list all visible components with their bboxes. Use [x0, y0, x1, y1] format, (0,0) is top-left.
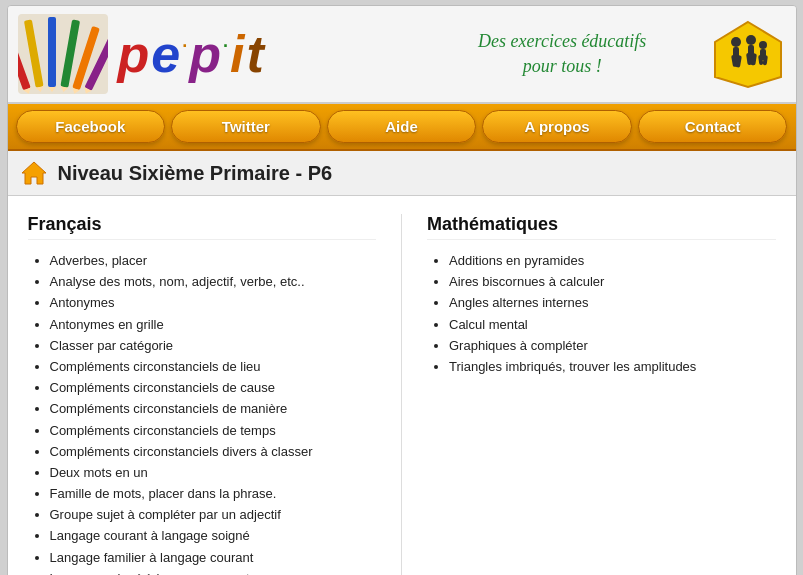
list-item[interactable]: Analyse des mots, nom, adjectif, verbe, …: [50, 273, 377, 291]
nav-facebook[interactable]: Facebook: [16, 110, 166, 143]
road-sign-icon: [711, 17, 786, 92]
svg-point-18: [746, 35, 756, 45]
nav-apropos[interactable]: A propos: [482, 110, 632, 143]
list-item[interactable]: Angles alternes internes: [449, 294, 776, 312]
nav-contact[interactable]: Contact: [638, 110, 788, 143]
list-item[interactable]: Compléments circonstanciels de temps: [50, 422, 377, 440]
list-item[interactable]: Calcul mental: [449, 316, 776, 334]
mathematiques-title: Mathématiques: [427, 214, 776, 240]
svg-point-22: [759, 41, 767, 49]
list-item[interactable]: Langage familier à langage courant: [50, 549, 377, 567]
site-slogan: Des exercices éducatifs pour tous !: [414, 29, 711, 79]
site-logo: pe·p·it: [108, 28, 415, 80]
nav-bar: Facebook Twitter Aide A propos Contact: [8, 104, 796, 151]
francais-title: Français: [28, 214, 377, 240]
list-item[interactable]: Compléments circonstanciels divers à cla…: [50, 443, 377, 461]
list-item[interactable]: Classer par catégorie: [50, 337, 377, 355]
page-title: Niveau Sixième Primaire - P6: [58, 162, 333, 185]
nav-twitter[interactable]: Twitter: [171, 110, 321, 143]
list-item[interactable]: Additions en pyramides: [449, 252, 776, 270]
list-item[interactable]: Famille de mots, placer dans la phrase.: [50, 485, 377, 503]
column-divider: [401, 214, 402, 575]
list-item[interactable]: Triangles imbriqués, trouver les amplitu…: [449, 358, 776, 376]
list-item[interactable]: Compléments circonstanciels de cause: [50, 379, 377, 397]
list-item[interactable]: Antonymes: [50, 294, 377, 312]
list-item[interactable]: Groupe sujet à compléter par un adjectif: [50, 506, 377, 524]
list-item[interactable]: Langage courant à langage soigné: [50, 527, 377, 545]
svg-point-14: [731, 37, 741, 47]
list-item[interactable]: Graphiques à compléter: [449, 337, 776, 355]
nav-aide[interactable]: Aide: [327, 110, 477, 143]
mathematiques-column: Mathématiques Additions en pyramidesAire…: [427, 214, 776, 575]
breadcrumb: Niveau Sixième Primaire - P6: [8, 151, 796, 196]
list-item[interactable]: Compléments circonstanciels de lieu: [50, 358, 377, 376]
svg-marker-26: [22, 162, 46, 184]
pencils-image: [18, 14, 108, 94]
svg-rect-5: [48, 17, 56, 87]
list-item[interactable]: Langage soigné à langage courant: [50, 570, 377, 575]
home-icon[interactable]: [20, 159, 48, 187]
list-item[interactable]: Adverbes, placer: [50, 252, 377, 270]
list-item[interactable]: Deux mots en un: [50, 464, 377, 482]
list-item[interactable]: Antonymes en grille: [50, 316, 377, 334]
header: pe·p·it Des exercices éducatifs pour tou…: [8, 6, 796, 104]
list-item[interactable]: Aires biscornues à calculer: [449, 273, 776, 291]
francais-list: Adverbes, placerAnalyse des mots, nom, a…: [28, 252, 377, 575]
list-item[interactable]: Compléments circonstanciels de manière: [50, 400, 377, 418]
mathematiques-list: Additions en pyramidesAires biscornues à…: [427, 252, 776, 376]
content-area: Français Adverbes, placerAnalyse des mot…: [8, 196, 796, 575]
francais-column: Français Adverbes, placerAnalyse des mot…: [28, 214, 377, 575]
